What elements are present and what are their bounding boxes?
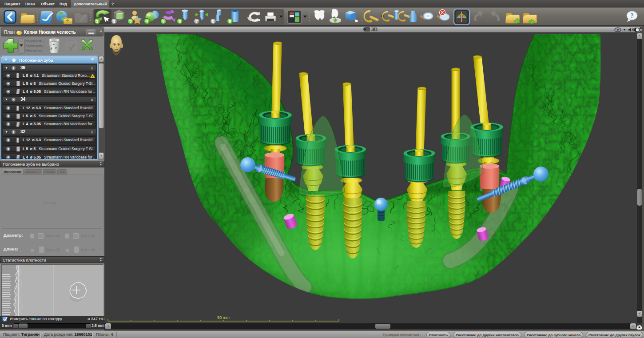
- svg-text:3: 3: [129, 19, 131, 24]
- svg-text:8: 8: [212, 19, 214, 24]
- svg-text:6: 6: [179, 19, 181, 24]
- svg-text:7: 7: [195, 19, 198, 24]
- svg-text:Хирургиче...: Хирургиче...: [25, 39, 44, 43]
- svg-text:Сканограм...: Сканограм...: [25, 44, 45, 48]
- svg-text:?: ?: [631, 12, 634, 19]
- svg-text:9: 9: [229, 19, 231, 24]
- svg-text:Импланта...: Импланта...: [25, 48, 44, 52]
- svg-text:1: 1: [96, 19, 98, 24]
- svg-text:!: !: [92, 75, 93, 79]
- svg-text:50 mm: 50 mm: [217, 315, 230, 320]
- svg-text:4: 4: [146, 19, 148, 24]
- svg-text:2: 2: [113, 19, 115, 24]
- svg-text:5: 5: [162, 19, 164, 24]
